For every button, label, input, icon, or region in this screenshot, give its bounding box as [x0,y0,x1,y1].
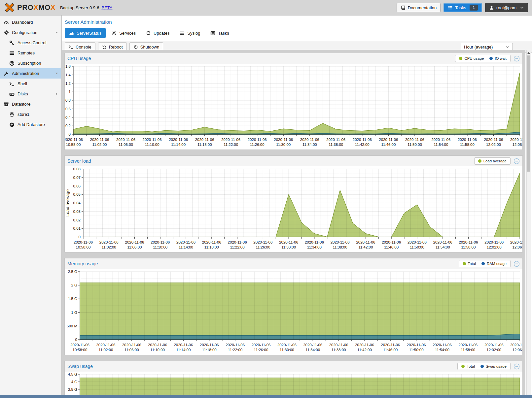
tasks-button[interactable]: Tasks 1 [443,3,482,12]
sidebar-item-access-control[interactable]: Access Control [0,38,61,48]
caret-right-icon[interactable] [54,92,59,96]
svg-text:11:46:00: 11:46:00 [384,245,399,249]
life-ring-icon [9,61,15,66]
top-header-bar: PROXMOX Backup Server 0.9-6 BETA Documen… [0,0,532,16]
gears-icon [4,30,9,35]
svg-text:4.5 G: 4.5 G [68,372,77,376]
sidebar-item-disks[interactable]: Disks [0,89,61,99]
legend-item[interactable]: IO wait [489,56,507,60]
tab-serverstatus[interactable]: ServerStatus [65,28,106,38]
legend-item[interactable]: Total [463,262,476,266]
svg-text:2020-11-06: 2020-11-06 [174,343,193,347]
svg-text:2020-11-06: 2020-11-06 [510,240,522,244]
power-icon [133,45,138,49]
svg-text:10:58:00: 10:58:00 [66,143,81,147]
svg-text:1.4: 1.4 [65,73,71,77]
svg-text:11:02:00: 11:02:00 [92,143,107,147]
beta-link[interactable]: BETA [102,5,113,10]
svg-text:2020-11-06: 2020-11-06 [458,343,478,347]
svg-text:11:42:00: 11:42:00 [357,348,372,352]
legend-item[interactable]: Load average [478,159,507,163]
svg-text:2020-11-06: 2020-11-06 [353,138,372,142]
caret-down-icon[interactable] [54,30,59,35]
svg-text:11:38:00: 11:38:00 [332,348,346,352]
chevron-down-icon [505,45,510,49]
svg-text:12:06:00: 12:06:00 [513,245,522,249]
terminal-icon [9,81,15,86]
area-chart-icon [69,31,74,36]
legend-item[interactable]: Total [461,364,475,368]
svg-text:0.01: 0.01 [73,226,81,230]
svg-text:0.8: 0.8 [65,98,71,102]
proxmox-logo-icon[interactable] [4,2,15,13]
caret-down-icon[interactable] [54,71,59,76]
svg-text:2020-11-06: 2020-11-06 [510,138,522,142]
svg-text:11:14:00: 11:14:00 [179,245,193,249]
svg-text:2020-11-06: 2020-11-06 [408,240,427,244]
legend-dot [478,159,481,163]
vertical-scrollbar[interactable] [526,50,531,398]
tab-tasks[interactable]: Tasks [206,28,233,38]
sidebar-item-add-datastore[interactable]: Add Datastore [0,119,61,130]
legend-label: Total [468,262,476,266]
sidebar-item-dashboard[interactable]: Dashboard [0,17,61,27]
collapse-panel-icon[interactable] [514,261,520,267]
svg-text:2020-11-06: 2020-11-06 [221,138,240,142]
sidebar-item-store1[interactable]: store1 [0,109,61,119]
svg-text:2020-11-06: 2020-11-06 [125,240,144,244]
tab-syslog[interactable]: Syslog [175,28,204,38]
documentation-button[interactable]: Documentation [397,3,441,12]
svg-text:2020-11-06: 2020-11-06 [99,240,119,244]
sidebar-item-datastore[interactable]: Datastore [0,99,61,109]
svg-text:11:58:00: 11:58:00 [461,245,476,249]
svg-text:11:46:00: 11:46:00 [383,348,398,352]
chart-legend: TotalSwap usage [457,363,511,370]
tab-services[interactable]: Services [107,28,140,38]
svg-text:2020-11-06: 2020-11-06 [169,138,188,142]
svg-text:2020-11-06: 2020-11-06 [151,240,170,244]
chart-legend: TotalRAM usage [459,260,511,267]
database-icon [9,112,15,117]
book-icon [401,5,406,10]
collapse-panel-icon[interactable] [514,55,520,62]
legend-item[interactable]: CPU usage [459,56,484,60]
list-lines-icon [180,31,185,36]
collapse-panel-icon[interactable] [514,158,520,164]
legend-item[interactable]: RAM usage [481,262,507,266]
svg-text:10:58:00: 10:58:00 [76,245,91,249]
svg-text:2020-11-06: 2020-11-06 [248,138,267,142]
panel-server-load: Server loadLoad average00.010.020.030.04… [64,155,523,252]
svg-text:2020-11-06: 2020-11-06 [326,138,345,142]
collapse-panel-icon[interactable] [514,363,520,370]
scrollbar-thumb[interactable] [527,55,530,172]
legend-label: RAM usage [487,262,507,266]
user-menu-button[interactable]: root@pam [485,3,528,12]
svg-text:11:02:00: 11:02:00 [98,348,113,352]
page-title: Server Administration [62,16,532,27]
sidebar-item-configuration[interactable]: Configuration [0,27,61,38]
tab-updates[interactable]: Updates [142,28,174,38]
panel-cpu-usage: CPU usageCPU usageIO wait00.20.40.60.811… [64,53,523,150]
svg-text:2020-11-06: 2020-11-06 [200,343,219,347]
legend-item[interactable]: Swap usage [480,364,507,368]
sidebar-item-subscription[interactable]: Subscription [0,58,61,68]
panel-title: Memory usage [67,261,98,266]
svg-text:11:06:00: 11:06:00 [124,348,139,352]
scrollbar-up-arrow[interactable] [527,50,531,55]
time-range-value: Hour (average) [464,45,493,50]
sidebar-item-remotes[interactable]: Remotes [0,48,61,58]
svg-text:11:54:00: 11:54:00 [435,348,449,352]
archive-box-icon [4,102,9,107]
chart-memory-usage: 0500 M1 G1.5 G2 G2.5 G2020-11-0610:58:00… [65,269,522,355]
chart-legend: Load average [474,157,511,165]
svg-text:11:42:00: 11:42:00 [355,143,370,147]
svg-text:11:38:00: 11:38:00 [333,245,347,249]
sidebar-item-shell[interactable]: Shell [0,79,61,89]
sidebar-item-administration[interactable]: Administration [0,68,61,79]
product-version-label: Backup Server 0.9-6 [60,5,99,10]
svg-text:2020-11-06: 2020-11-06 [96,343,115,347]
svg-text:2020-11-06: 2020-11-06 [74,240,93,244]
main-content: Server Administration ServerStatusServic… [62,16,532,398]
svg-text:2020-11-06: 2020-11-06 [65,138,83,142]
svg-text:11:02:00: 11:02:00 [102,245,116,249]
